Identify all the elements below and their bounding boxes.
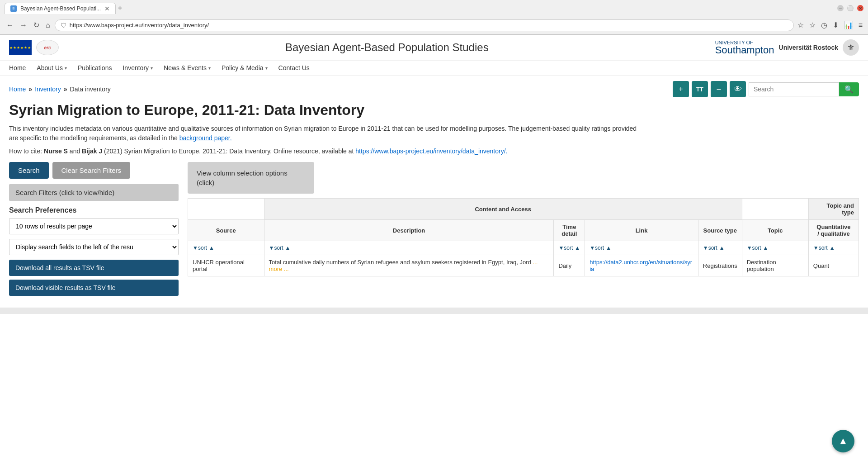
sort-source-up[interactable]: ▲ — [209, 245, 214, 251]
menu-icon[interactable]: ≡ — [858, 20, 863, 30]
sort-quant: ▼sort ▲ — [808, 241, 859, 255]
sort-quant-down[interactable]: ▼sort — [813, 245, 828, 251]
nav-home[interactable]: Home — [9, 64, 26, 71]
home-button[interactable]: ⌂ — [44, 19, 52, 31]
col-time: Timedetail — [554, 220, 585, 241]
url-input[interactable] — [70, 22, 788, 29]
erc-label: erc — [44, 45, 51, 50]
sort-links-time: ▼sort ▲ — [558, 245, 580, 251]
breadcrumb-home[interactable]: Home — [9, 86, 26, 93]
window-controls: – ⬜ ✕ — [837, 5, 863, 11]
bottom-scrollbar[interactable] — [0, 308, 868, 314]
sort-quant-up[interactable]: ▲ — [830, 245, 835, 251]
browser-chrome: B Bayesian Agent-Based Populati... ✕ + –… — [0, 0, 868, 35]
nav-news-events[interactable]: News & Events ▾ — [164, 64, 211, 71]
download-icon[interactable]: ⬇ — [832, 20, 840, 30]
nav-contact-us[interactable]: Contact Us — [278, 64, 310, 71]
close-button[interactable]: ✕ — [857, 5, 863, 11]
tab-close-button[interactable]: ✕ — [104, 5, 110, 12]
minimize-button[interactable]: – — [837, 5, 844, 11]
nav-inventory[interactable]: Inventory ▾ — [123, 64, 153, 71]
decrease-font-button[interactable]: – — [711, 81, 727, 97]
download-all-button[interactable]: Download all results as TSV file — [9, 260, 179, 276]
clear-filters-button[interactable]: Clear Search Filters — [52, 162, 131, 179]
cell-topic: Destination population — [742, 255, 808, 276]
col-group-empty-1 — [188, 199, 264, 220]
extensions-icon[interactable]: 📊 — [843, 20, 854, 30]
header-search-input[interactable] — [749, 82, 839, 96]
col-link: Link — [585, 220, 698, 241]
search-button[interactable]: Search — [9, 162, 49, 179]
nav-inventory-dropdown-arrow: ▾ — [151, 66, 153, 71]
header-search-button[interactable]: 🔍 — [839, 82, 859, 96]
new-tab-button[interactable]: + — [118, 4, 123, 13]
left-panel: Search Clear Search Filters Search Filte… — [9, 162, 188, 300]
background-paper-link[interactable]: background paper. — [179, 134, 232, 142]
bookmark-icon[interactable]: ☆ — [797, 20, 805, 30]
logo-area: ★★★★★★ erc — [9, 40, 59, 55]
font-size-button[interactable]: TT — [692, 81, 708, 97]
back-button[interactable]: ← — [5, 19, 15, 31]
nav-publications[interactable]: Publications — [78, 64, 112, 71]
star-icon[interactable]: ☆ — [808, 20, 816, 30]
breadcrumb-inventory[interactable]: Inventory — [35, 86, 61, 93]
sort-topic-down[interactable]: ▼sort — [747, 245, 761, 251]
nav-policy-media[interactable]: Policy & Media ▾ — [222, 64, 268, 71]
sort-links-source: ▼sort ▲ — [193, 245, 259, 251]
cell-source: UNHCR operational portal — [188, 255, 264, 276]
rows-per-page-select[interactable]: 10 rows of results per page 25 rows of r… — [9, 218, 179, 234]
browser-tab[interactable]: B Bayesian Agent-Based Populati... ✕ — [5, 3, 116, 14]
address-bar[interactable]: 🛡 — [55, 19, 794, 31]
data-link[interactable]: https://data2.unhcr.org/en/situations/sy… — [590, 259, 692, 272]
sort-desc-down[interactable]: ▼sort — [269, 245, 283, 251]
column-select-button[interactable]: View column selection options (click) — [188, 162, 314, 194]
author2: Bijak J — [82, 147, 102, 155]
pocket-icon[interactable]: ◷ — [820, 20, 828, 30]
description-text: This inventory includes metadata on vari… — [9, 124, 642, 143]
breadcrumb-row: Home » Inventory » Data inventory + TT –… — [9, 81, 859, 97]
sort-link-up[interactable]: ▲ — [606, 245, 611, 251]
erc-logo: erc — [36, 40, 59, 55]
sort-desc-up[interactable]: ▲ — [285, 245, 290, 251]
sort-topic: ▼sort ▲ — [742, 241, 808, 255]
sort-source-type: ▼sort ▲ — [698, 241, 742, 255]
col-header-row: Source Description Timedetail Link Sourc… — [188, 220, 859, 241]
accessibility-button[interactable]: 👁 — [730, 81, 746, 97]
maximize-button[interactable]: ⬜ — [847, 5, 854, 11]
display-fields-select[interactable]: Display search fields to the left of the… — [9, 239, 179, 255]
forward-button[interactable]: → — [18, 19, 29, 31]
browser-titlebar: B Bayesian Agent-Based Populati... ✕ + –… — [0, 0, 868, 16]
rostock-name: Universität Rostock — [779, 44, 838, 52]
sort-topic-up[interactable]: ▲ — [763, 245, 769, 251]
sort-description: ▼sort ▲ — [264, 241, 554, 255]
sort-row: ▼sort ▲ ▼sort ▲ — [188, 241, 859, 255]
sort-srctype-down[interactable]: ▼sort — [703, 245, 717, 251]
download-visible-button[interactable]: Download visible results as TSV file — [9, 280, 179, 296]
southampton-name: Southampton — [715, 44, 774, 56]
citation-text: How to cite: Nurse S and Bijak J (2021) … — [9, 147, 859, 155]
col-group-header-row: Content and Access Topic and type — [188, 199, 859, 220]
tab-favicon: B — [10, 5, 17, 12]
sort-source-down[interactable]: ▼sort — [193, 245, 207, 251]
col-source: Source — [188, 220, 264, 241]
sort-time-down[interactable]: ▼sort — [558, 245, 573, 251]
citation-url-link[interactable]: https://www.baps-project.eu/inventory/da… — [355, 147, 507, 155]
nav-about-us[interactable]: About Us ▾ — [37, 64, 67, 71]
cell-source-type: Registrations — [698, 255, 742, 276]
search-buttons-row: Search Clear Search Filters — [9, 162, 179, 179]
sort-link-down[interactable]: ▼sort — [590, 245, 604, 251]
table-row: UNHCR operational portal Total cumulativ… — [188, 255, 859, 276]
col-group-topic-type: Topic and type — [808, 199, 859, 220]
filters-toggle-button[interactable]: Search Filters (click to view/hide) — [9, 184, 179, 201]
author1: Nurse S — [44, 147, 68, 155]
refresh-button[interactable]: ↻ — [32, 19, 41, 31]
cell-time: Daily — [554, 255, 585, 276]
rostock-logo: Universität Rostock — [779, 44, 838, 52]
sort-time-up[interactable]: ▲ — [575, 245, 580, 251]
increase-font-button[interactable]: + — [673, 81, 689, 97]
sort-srctype-up[interactable]: ▲ — [719, 245, 725, 251]
site-header: ★★★★★★ erc Bayesian Agent-Based Populati… — [0, 35, 868, 61]
partner-logos: UNIVERSITY OF Southampton Universität Ro… — [715, 39, 859, 56]
data-table: Content and Access Topic and type Source… — [188, 198, 859, 276]
table-wrapper: Content and Access Topic and type Source… — [188, 198, 859, 276]
